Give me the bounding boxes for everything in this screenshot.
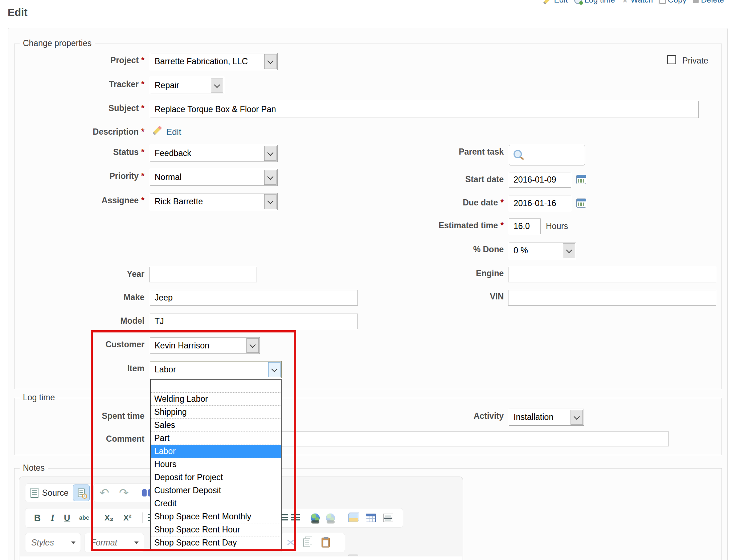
status-select-value: Feedback [155, 148, 191, 158]
notes-editor-content[interactable] [20, 556, 462, 560]
activity-label: Activity [377, 411, 504, 421]
make-input[interactable]: Jeep [150, 290, 358, 306]
star-icon [622, 0, 629, 5]
change-properties-fieldset: Change properties [14, 44, 722, 389]
item-select[interactable]: Labor [150, 361, 282, 378]
paste-icon[interactable] [322, 538, 330, 548]
dropdown-option[interactable]: Deposit for Project [151, 471, 281, 484]
source-button[interactable]: Source [42, 488, 69, 498]
dropdown-option[interactable]: Shipping [151, 406, 281, 419]
start-date-calendar-icon[interactable] [576, 175, 586, 184]
percent-done-label: % Done [377, 245, 504, 254]
model-input[interactable]: TJ [150, 314, 358, 329]
notes-legend: Notes [20, 463, 48, 473]
justify-icon[interactable] [291, 514, 300, 522]
customer-select-value: Kevin Harrison [155, 341, 209, 351]
dropdown-option[interactable]: Part [151, 432, 281, 445]
assignee-select[interactable]: Rick Barrette [150, 193, 278, 210]
model-label: Model [44, 316, 144, 326]
estimated-time-input[interactable]: 16.0 [509, 218, 541, 234]
copy-icon[interactable] [303, 539, 310, 547]
italic-icon[interactable] [51, 513, 54, 523]
cut-icon[interactable] [286, 538, 295, 547]
toolbar-divider [99, 512, 99, 523]
vin-input[interactable] [508, 290, 716, 306]
link-icon[interactable] [311, 514, 320, 523]
clock-plus-icon [574, 0, 582, 4]
subject-input[interactable]: Replace Torque Box & Floor Pan [150, 101, 699, 118]
delete-action[interactable]: Delete [693, 0, 724, 5]
source-doc-icon [30, 488, 38, 498]
parent-task-input[interactable] [509, 145, 585, 165]
strikethrough-icon[interactable] [79, 515, 89, 521]
project-select[interactable]: Barrette Fabrication, LLC [150, 53, 278, 70]
spent-time-label: Spent time [44, 411, 144, 421]
priority-label: Priority* [44, 171, 144, 181]
toolbar-divider [305, 512, 305, 523]
customer-select[interactable]: Kevin Harrison [150, 337, 260, 354]
dropdown-option[interactable]: Shop Space Rent Monthly [151, 510, 281, 523]
assignee-select-arrow[interactable] [264, 194, 277, 209]
dropdown-option[interactable]: Sales [151, 419, 281, 432]
log-time-action[interactable]: Log time [574, 0, 615, 5]
estimated-time-label: Estimated time* [377, 221, 504, 230]
year-label: Year [44, 269, 144, 279]
priority-select-arrow[interactable] [264, 170, 277, 185]
status-select[interactable]: Feedback [150, 145, 278, 162]
private-checkbox[interactable] [667, 55, 676, 64]
engine-input[interactable] [508, 267, 716, 282]
copy-action-label: Copy [668, 0, 686, 5]
item-dropdown-list: Welding Labor Shipping Sales Part Labor … [150, 379, 282, 550]
format-combo[interactable]: Format [85, 533, 144, 552]
description-label: Description* [44, 127, 144, 137]
percent-done-select[interactable]: 0 % [509, 242, 576, 259]
year-input[interactable] [149, 267, 257, 282]
dropdown-option[interactable]: Welding Labor [151, 393, 281, 406]
parent-task-label: Parent task [377, 147, 504, 157]
status-select-arrow[interactable] [264, 146, 277, 161]
dropdown-option[interactable]: Shop Space Rent Day [151, 536, 281, 549]
copy-icon [659, 0, 666, 4]
start-date-input[interactable]: 2016-01-09 [509, 172, 571, 188]
image-icon[interactable] [348, 514, 358, 522]
estimated-time-value: 16.0 [514, 221, 530, 231]
item-select-arrow[interactable] [268, 362, 281, 377]
tracker-select[interactable]: Repair [150, 77, 224, 94]
make-input-value: Jeep [155, 293, 173, 303]
subscript-icon[interactable] [105, 513, 113, 523]
table-icon[interactable] [366, 514, 376, 522]
undo-icon[interactable] [99, 486, 109, 500]
project-select-arrow[interactable] [264, 54, 277, 69]
dropdown-option[interactable]: Credit [151, 497, 281, 510]
activity-select[interactable]: Installation [509, 409, 584, 426]
copy-action[interactable]: Copy [659, 0, 686, 5]
redo-icon[interactable] [119, 486, 129, 500]
edit-action[interactable]: Edit [543, 0, 568, 5]
superscript-icon[interactable] [123, 513, 131, 523]
watch-action[interactable]: Watch [622, 0, 653, 5]
log-time-action-label: Log time [584, 0, 615, 5]
dropdown-option[interactable]: Customer Deposit [151, 484, 281, 497]
unlink-icon[interactable] [326, 514, 335, 523]
bold-icon[interactable] [34, 513, 41, 523]
priority-select-value: Normal [155, 172, 181, 182]
dropdown-option[interactable]: Shop Space Rent Hour [151, 523, 281, 536]
due-date-input[interactable]: 2016-01-16 [509, 196, 571, 211]
activity-select-arrow[interactable] [571, 410, 583, 425]
preview-button[interactable] [73, 485, 90, 501]
delete-action-label: Delete [701, 0, 724, 5]
chevron-down-icon [267, 58, 274, 64]
dropdown-option[interactable]: Hours [151, 458, 281, 471]
customer-select-arrow[interactable] [246, 338, 259, 353]
toolbar-divider [138, 487, 138, 498]
underline-icon[interactable] [64, 513, 70, 523]
horizontal-rule-icon[interactable] [383, 514, 393, 522]
due-date-calendar-icon[interactable] [576, 199, 586, 208]
percent-done-select-arrow[interactable] [563, 243, 575, 258]
tracker-select-arrow[interactable] [211, 78, 223, 93]
dropdown-option-blank[interactable] [151, 380, 281, 393]
priority-select[interactable]: Normal [150, 169, 278, 186]
styles-combo[interactable]: Styles [25, 533, 81, 552]
description-edit-link[interactable]: Edit [166, 127, 181, 137]
dropdown-option-selected[interactable]: Labor [151, 445, 281, 458]
